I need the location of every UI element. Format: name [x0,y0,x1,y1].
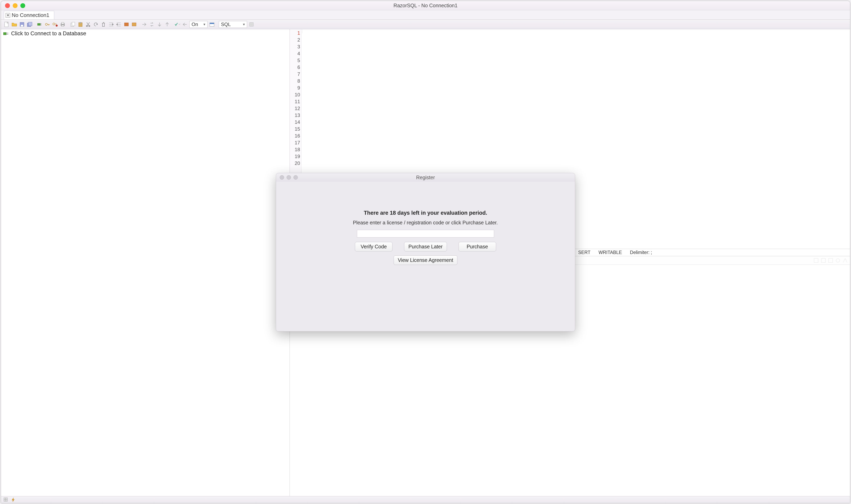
stop-key-icon[interactable] [52,21,58,28]
window-traffic-lights [1,3,25,8]
cycle-icon[interactable] [148,21,155,28]
svg-rect-2 [21,25,23,26]
connect-icon[interactable] [36,21,43,28]
nav-back-icon[interactable] [182,21,188,28]
svg-rect-15 [79,22,81,23]
results-icon-1[interactable] [813,258,819,263]
svg-rect-18 [124,23,128,26]
key-icon[interactable] [44,21,51,28]
svg-rect-5 [37,23,40,25]
svg-rect-19 [132,23,136,26]
svg-rect-24 [814,258,818,263]
maximize-icon[interactable] [20,3,25,8]
footer-bar [1,496,850,503]
connect-database-link[interactable]: Click to Connect to a Database [3,31,287,37]
toggle-combo[interactable]: On▾ [189,21,208,28]
tab-label: No Connection1 [12,12,49,18]
toggle-combo-label: On [192,22,198,27]
nav-up-icon[interactable] [164,21,171,28]
view-license-button[interactable]: View License Agreement [394,255,458,265]
dialog-maximize-icon[interactable] [294,175,298,180]
plug-icon [3,31,9,36]
grid-icon[interactable] [248,21,255,28]
dialog-close-icon[interactable] [280,175,284,180]
connect-database-label: Click to Connect to a Database [11,31,86,37]
tab-close-icon[interactable]: ✕ [6,13,10,18]
open-folder-icon[interactable] [11,21,18,28]
svg-rect-11 [61,25,64,26]
dialog-titlebar: Register [276,173,575,182]
language-combo[interactable]: SQL▾ [219,21,247,28]
status-delimiter: Delimiter: ; [630,250,652,255]
purchase-button[interactable]: Purchase [459,242,496,251]
nav-down-icon[interactable] [156,21,163,28]
close-icon[interactable] [5,3,10,8]
svg-rect-10 [61,22,64,24]
dialog-body: There are 18 days left in your evaluatio… [276,182,575,275]
register-dialog: Register There are 18 days left in your … [276,173,575,331]
nav-forward-icon[interactable] [141,21,147,28]
paste-icon[interactable] [77,21,84,28]
results-icon-5[interactable] [842,258,848,263]
svg-rect-4 [29,22,32,26]
indent-left-icon[interactable] [108,21,114,28]
license-code-input[interactable] [357,230,494,237]
footer-bolt-icon[interactable] [11,497,16,502]
window-titlebar: RazorSQL - No Connection1 [1,1,850,10]
toggle-a-icon[interactable] [123,21,130,28]
delete-icon[interactable] [100,21,107,28]
svg-point-27 [836,259,840,262]
dialog-traffic-lights [276,175,298,180]
dialog-button-row-2: View License Agreement [292,255,559,265]
svg-point-8 [56,24,58,26]
chevron-down-icon: ▾ [243,22,245,26]
new-file-icon[interactable] [3,21,10,28]
status-mode: SERT [578,250,590,255]
dialog-button-row: Verify Code Purchase Later Purchase [292,242,559,251]
undo-icon[interactable] [92,21,99,28]
chevron-down-icon: ▾ [203,22,205,26]
tab-strip: ✕ No Connection1 [1,10,850,20]
purchase-later-button[interactable]: Purchase Later [404,242,447,251]
evaluation-heading: There are 18 days left in your evaluatio… [292,210,559,216]
verify-code-button[interactable]: Verify Code [355,242,392,251]
toggle-b-icon[interactable] [131,21,137,28]
save-icon[interactable] [19,21,25,28]
language-combo-label: SQL [221,22,231,27]
minimize-icon[interactable] [13,3,18,8]
tab-noconnection[interactable]: ✕ No Connection1 [4,11,54,19]
dialog-minimize-icon[interactable] [287,175,291,180]
footer-grid-icon[interactable] [3,497,8,502]
svg-rect-21 [210,23,214,24]
cut-icon[interactable] [85,21,91,28]
dialog-instructions: Please enter a license / registration co… [353,219,498,226]
check-dropdown-icon[interactable] [174,21,180,28]
svg-rect-26 [829,258,833,263]
main-toolbar: On▾ SQL▾ [1,20,850,29]
results-icon-3[interactable] [828,258,833,263]
results-icon-2[interactable] [820,258,826,263]
svg-rect-25 [821,258,826,263]
svg-rect-22 [250,22,253,26]
svg-point-7 [53,23,55,25]
svg-rect-23 [3,33,6,35]
results-icon-4[interactable] [835,258,841,263]
copy-icon[interactable] [70,21,76,28]
status-writable: WRITABLE [599,250,622,255]
calendar-icon[interactable] [209,21,215,28]
indent-right-icon[interactable] [116,21,122,28]
svg-point-6 [46,23,47,25]
save-all-icon[interactable] [26,21,33,28]
window-title: RazorSQL - No Connection1 [393,3,457,8]
sidebar: Click to Connect to a Database [1,29,290,496]
dialog-title: Register [416,175,435,180]
svg-rect-13 [72,22,75,26]
print-icon[interactable] [59,21,66,28]
editor-cursor [302,29,850,33]
